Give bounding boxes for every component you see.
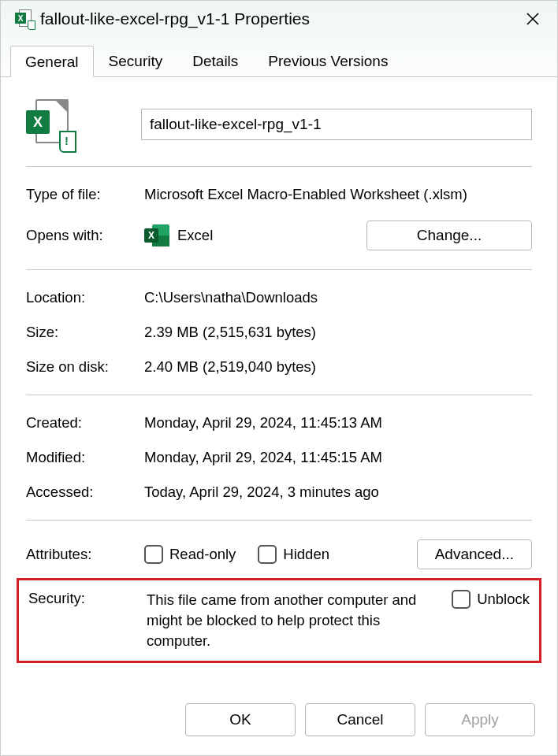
properties-window: X fallout-like-excel-rpg_v1-1 Properties… — [0, 0, 558, 756]
titlebar: X fallout-like-excel-rpg_v1-1 Properties — [1, 1, 557, 40]
checkbox-icon — [258, 545, 277, 564]
value-accessed: Today, April 29, 2024, 3 minutes ago — [144, 484, 379, 501]
hidden-label: Hidden — [283, 546, 329, 563]
divider — [26, 166, 532, 167]
label-attributes: Attributes: — [26, 546, 144, 563]
label-size: Size: — [26, 324, 144, 341]
cancel-button[interactable]: Cancel — [305, 703, 415, 736]
tab-security[interactable]: Security — [94, 45, 178, 76]
excel-app-icon: X — [144, 223, 169, 248]
excel-file-icon: X — [15, 9, 34, 28]
close-icon — [526, 12, 540, 26]
ok-button[interactable]: OK — [185, 703, 296, 736]
checkbox-icon — [452, 590, 471, 609]
label-type: Type of file: — [26, 186, 144, 203]
value-location: C:\Users\natha\Downloads — [144, 289, 318, 306]
tab-general[interactable]: General — [10, 46, 94, 77]
unblock-label: Unblock — [477, 591, 530, 608]
tab-bar: General Security Details Previous Versio… — [1, 45, 557, 77]
readonly-checkbox[interactable]: Read-only — [144, 545, 236, 564]
value-size: 2.39 MB (2,515,631 bytes) — [144, 324, 316, 341]
label-security: Security: — [28, 590, 147, 607]
tab-panel-general: X Type of file: Microsoft Excel Macro-En… — [1, 77, 557, 687]
label-size-on-disk: Size on disk: — [26, 358, 144, 376]
divider — [26, 520, 532, 521]
value-opens-with: Excel — [177, 227, 359, 244]
security-message: This file came from another computer and… — [147, 590, 452, 651]
tab-previous-versions[interactable]: Previous Versions — [253, 45, 403, 76]
dialog-footer: OK Cancel Apply — [1, 687, 557, 755]
close-button[interactable] — [523, 9, 543, 29]
value-modified: Monday, April 29, 2024, 11:45:15 AM — [144, 449, 382, 466]
value-size-on-disk: 2.40 MB (2,519,040 bytes) — [144, 358, 316, 376]
label-accessed: Accessed: — [26, 484, 144, 501]
unblock-checkbox[interactable]: Unblock — [452, 590, 530, 609]
value-type: Microsoft Excel Macro-Enabled Worksheet … — [144, 186, 467, 203]
divider — [26, 395, 532, 395]
advanced-button[interactable]: Advanced... — [417, 539, 532, 569]
value-created: Monday, April 29, 2024, 11:45:13 AM — [144, 414, 382, 432]
label-modified: Modified: — [26, 449, 144, 466]
apply-button[interactable]: Apply — [425, 703, 535, 736]
tab-details[interactable]: Details — [177, 45, 253, 76]
divider — [26, 269, 532, 270]
readonly-label: Read-only — [169, 546, 236, 563]
label-location: Location: — [26, 289, 144, 306]
label-created: Created: — [26, 414, 144, 432]
change-button[interactable]: Change... — [366, 220, 532, 250]
security-section: Security: This file came from another co… — [17, 578, 541, 663]
excel-macro-file-icon: X — [26, 99, 72, 150]
checkbox-icon — [144, 545, 163, 564]
hidden-checkbox[interactable]: Hidden — [258, 545, 329, 564]
filename-input[interactable] — [141, 109, 532, 140]
window-title: fallout-like-excel-rpg_v1-1 Properties — [40, 9, 523, 28]
label-opens-with: Opens with: — [26, 227, 144, 244]
